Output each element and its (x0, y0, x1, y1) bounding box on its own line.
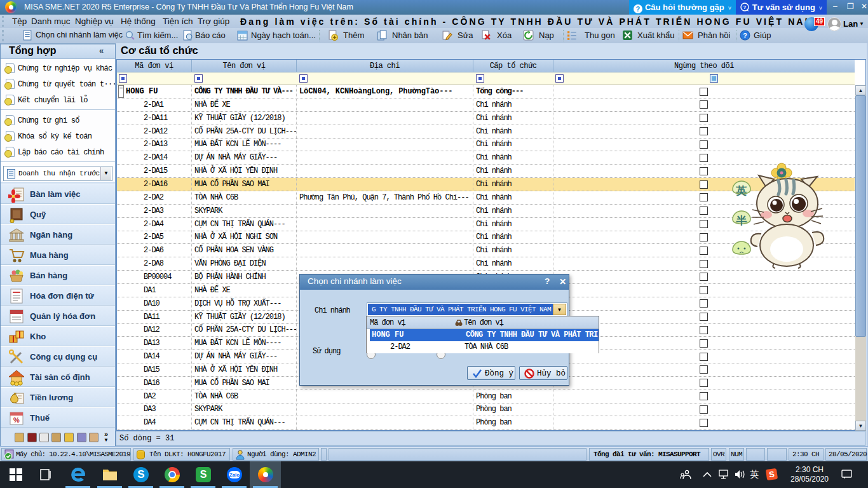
svg-text:半: 半 (736, 215, 747, 227)
svg-text:?: ? (743, 4, 746, 10)
svg-text:英: 英 (736, 185, 747, 197)
svg-text:?: ? (743, 32, 747, 39)
svg-text:%: % (13, 416, 20, 424)
